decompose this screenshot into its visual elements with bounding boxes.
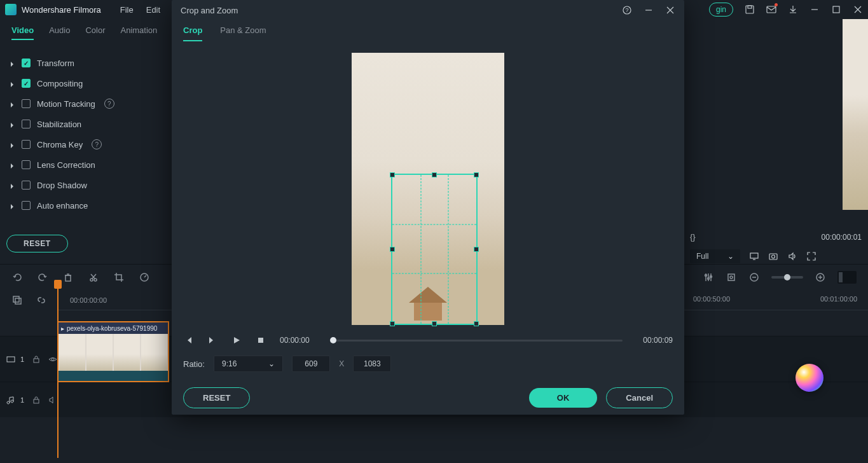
camera-icon[interactable] xyxy=(768,251,778,261)
login-button[interactable]: gin xyxy=(709,3,733,17)
zoom-out-icon[interactable] xyxy=(748,272,760,283)
checkbox-lens-correction[interactable] xyxy=(22,160,31,169)
minimize-icon[interactable] xyxy=(644,5,654,15)
chevron-right-icon xyxy=(9,182,15,188)
minimize-icon[interactable] xyxy=(809,4,820,15)
svg-rect-33 xyxy=(34,399,39,403)
crop-handle-tl[interactable] xyxy=(390,172,395,177)
checkbox-motion-tracking[interactable] xyxy=(22,99,31,108)
checkbox-drop-shadow[interactable] xyxy=(22,181,31,190)
speed-icon[interactable] xyxy=(139,272,150,283)
crop-handle-tm[interactable] xyxy=(432,172,437,177)
zoom-slider[interactable] xyxy=(771,276,803,279)
crop-width-input[interactable]: 609 xyxy=(292,356,330,372)
crop-rectangle[interactable] xyxy=(391,174,478,325)
tab-audio[interactable]: Audio xyxy=(49,25,70,40)
tab-video[interactable]: Video xyxy=(11,25,34,40)
dialog-reset-button[interactable]: RESET xyxy=(183,387,250,408)
cancel-button[interactable]: Cancel xyxy=(606,387,673,408)
prev-frame-icon[interactable] xyxy=(183,335,193,345)
tab-animation[interactable]: Animation xyxy=(121,25,158,40)
volume-icon[interactable] xyxy=(787,251,797,261)
preview-timecode: 00:00:00:01 xyxy=(822,233,862,242)
help-icon[interactable]: ? xyxy=(92,139,102,149)
checkbox-stabilization[interactable] xyxy=(22,120,31,128)
chevron-down-icon: ⌄ xyxy=(727,252,734,261)
help-icon[interactable]: ? xyxy=(622,5,632,15)
zoom-in-icon[interactable] xyxy=(815,272,826,283)
preview-canvas[interactable] xyxy=(843,19,868,210)
crop-canvas[interactable] xyxy=(352,53,504,325)
lock-icon[interactable] xyxy=(32,355,41,364)
checkbox-transform[interactable] xyxy=(22,59,31,67)
crop-handle-tr[interactable] xyxy=(474,172,479,177)
ratio-label: Ratio: xyxy=(183,359,205,369)
ratio-value: 9:16 xyxy=(222,359,237,368)
undo-icon[interactable] xyxy=(11,272,23,283)
ratio-dropdown[interactable]: 9:16 ⌄ xyxy=(214,356,283,372)
marker-close[interactable]: } xyxy=(692,232,695,242)
video-track-head: 1 xyxy=(0,355,57,364)
download-icon[interactable] xyxy=(788,4,798,15)
prop-label: Transform xyxy=(37,59,74,68)
crop-handle-br[interactable] xyxy=(474,321,479,326)
playhead[interactable] xyxy=(57,280,59,458)
menu-edit[interactable]: Edit xyxy=(146,5,160,15)
cut-icon[interactable] xyxy=(88,272,99,283)
delete-icon[interactable] xyxy=(62,272,74,283)
playback-slider[interactable] xyxy=(330,340,623,342)
crop-icon[interactable] xyxy=(113,272,125,283)
svg-rect-0 xyxy=(746,6,754,13)
ratio-row: Ratio: 9:16 ⌄ 609 X 1083 xyxy=(172,350,684,377)
close-icon[interactable] xyxy=(665,5,675,15)
crop-handle-mr[interactable] xyxy=(474,247,479,252)
eye-icon[interactable] xyxy=(48,355,57,364)
speaker-icon[interactable] xyxy=(48,396,57,404)
maximize-icon[interactable] xyxy=(831,4,841,15)
track-size-toggle[interactable] xyxy=(837,271,857,284)
mixer-icon[interactable] xyxy=(703,272,714,283)
crop-handle-bl[interactable] xyxy=(390,321,395,326)
display-icon[interactable] xyxy=(749,251,759,261)
svg-rect-1 xyxy=(748,6,752,8)
menu-file[interactable]: File xyxy=(120,5,134,15)
lock-icon[interactable] xyxy=(32,396,41,404)
marker-icon[interactable] xyxy=(726,272,737,283)
ok-button[interactable]: OK xyxy=(529,388,598,408)
reset-properties-button[interactable]: RESET xyxy=(6,235,68,252)
save-icon[interactable] xyxy=(745,4,755,15)
link-icon[interactable] xyxy=(36,294,47,306)
stop-icon[interactable] xyxy=(256,335,266,345)
checkbox-auto-enhance[interactable] xyxy=(22,201,31,210)
checkbox-chroma-key[interactable] xyxy=(22,140,31,149)
svg-point-13 xyxy=(94,279,97,281)
crop-height-input[interactable]: 1083 xyxy=(353,356,391,372)
crop-handle-bm[interactable] xyxy=(432,321,437,326)
preview-quality-row: Full ⌄ xyxy=(684,245,868,267)
fullscreen-icon[interactable] xyxy=(806,251,816,261)
mail-icon[interactable] xyxy=(766,4,776,15)
close-icon[interactable] xyxy=(853,4,863,15)
playback-duration: 00:00:09 xyxy=(643,336,673,345)
next-frame-icon[interactable] xyxy=(207,335,217,345)
redo-icon[interactable] xyxy=(37,272,48,283)
ruler-mark: 00:00:50:00 xyxy=(693,295,730,303)
chevron-right-icon xyxy=(9,80,15,86)
tab-crop[interactable]: Crop xyxy=(183,25,202,41)
tab-pan-zoom[interactable]: Pan & Zoom xyxy=(220,25,266,41)
svg-point-22 xyxy=(730,276,733,279)
quality-dropdown[interactable]: Full ⌄ xyxy=(690,249,740,263)
ruler-mark: 00:01:00:00 xyxy=(820,295,857,303)
filmora-assistant-orb[interactable] xyxy=(796,364,823,392)
checkbox-compositing[interactable] xyxy=(22,79,31,88)
media-add-icon[interactable] xyxy=(11,294,23,306)
audio-track-number: 1 xyxy=(20,396,24,404)
timeline-clip[interactable]: ▸ pexels-olya-kobruseva-5791990 xyxy=(57,321,169,382)
tab-color[interactable]: Color xyxy=(85,25,105,40)
video-track-icon xyxy=(6,355,15,364)
play-icon[interactable] xyxy=(231,335,242,345)
crop-handle-ml[interactable] xyxy=(390,247,395,252)
crop-zoom-dialog: Crop and Zoom ? Crop Pan & Zoom xyxy=(172,0,684,415)
help-icon[interactable]: ? xyxy=(104,99,114,109)
svg-rect-30 xyxy=(7,357,15,362)
